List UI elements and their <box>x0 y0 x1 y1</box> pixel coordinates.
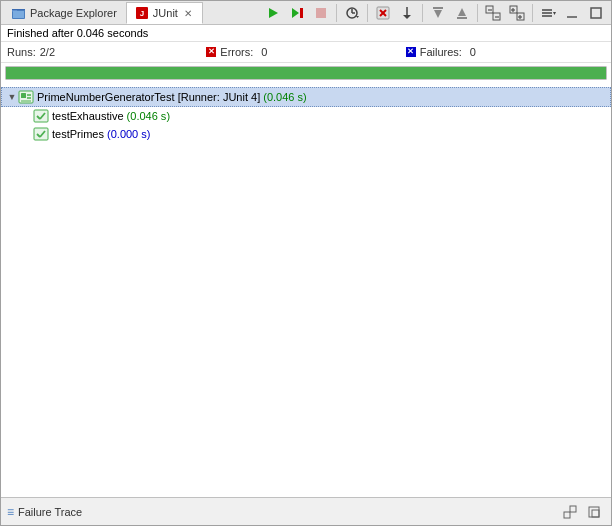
tree-root-item[interactable]: ▼ PrimeNumberGeneratorTest [Runner: JUni… <box>1 87 611 107</box>
svg-rect-19 <box>433 7 443 9</box>
status-message: Finished after 0.046 seconds <box>7 27 148 39</box>
svg-marker-13 <box>356 16 359 18</box>
bottom-action-2[interactable] <box>583 501 605 523</box>
progress-fill <box>6 67 606 79</box>
bottom-actions <box>559 501 605 523</box>
svg-rect-3 <box>12 9 25 10</box>
tab-junit[interactable]: J JUnit ✕ <box>126 2 203 24</box>
main-content: Finished after 0.046 seconds Runs: 2/2 ✕… <box>1 25 611 525</box>
errors-icon: ✕ <box>206 47 216 57</box>
next-failure-button[interactable] <box>427 2 449 24</box>
failure-trace-section: ≡ Failure Trace <box>7 505 82 519</box>
svg-rect-47 <box>34 128 48 140</box>
history-button[interactable] <box>341 2 363 24</box>
failure-trace-icon: ≡ <box>7 505 14 519</box>
exhaustive-time: (0.046 s) <box>127 110 170 122</box>
tab-toolbar <box>260 1 609 25</box>
failure-trace-label: Failure Trace <box>18 506 82 518</box>
errors-value: 0 <box>261 46 267 58</box>
junit-icon: J <box>135 6 149 20</box>
svg-rect-50 <box>564 512 570 518</box>
progress-bar <box>5 66 607 80</box>
scroll-lock-button[interactable] <box>396 2 418 24</box>
errors-stat: ✕ Errors: 0 <box>206 46 405 58</box>
test-suite-icon <box>18 89 34 105</box>
runs-label: Runs: <box>7 46 36 58</box>
tree-item-exhaustive-label: testExhaustive (0.046 s) <box>52 110 170 122</box>
primes-time: (0.000 s) <box>107 128 150 140</box>
exhaustive-method: testExhaustive <box>52 110 124 122</box>
minimize-button[interactable] <box>561 2 583 24</box>
svg-rect-22 <box>457 17 467 19</box>
separator-3 <box>422 4 423 22</box>
svg-rect-40 <box>21 93 26 98</box>
svg-marker-6 <box>269 8 278 18</box>
svg-text:J: J <box>140 9 144 18</box>
failures-only-button[interactable] <box>372 2 394 24</box>
svg-rect-38 <box>591 8 601 18</box>
svg-marker-20 <box>434 10 442 18</box>
eclipse-window: Package Explorer J JUnit ✕ <box>0 0 612 526</box>
tab-bar: Package Explorer J JUnit ✕ <box>1 1 611 25</box>
bottom-panel: ≡ Failure Trace <box>1 497 611 525</box>
tree-item-testPrimes[interactable]: testPrimes (0.000 s) <box>1 125 611 143</box>
test-method-icon-exhaustive <box>33 108 49 124</box>
svg-rect-2 <box>13 11 24 18</box>
failures-icon: ✕ <box>406 47 416 57</box>
root-class-name: PrimeNumberGeneratorTest <box>37 91 175 103</box>
failures-stat: ✕ Failures: 0 <box>406 46 605 58</box>
rerun-failed-button[interactable] <box>286 2 308 24</box>
runs-value: 2/2 <box>40 46 55 58</box>
svg-rect-8 <box>300 8 303 18</box>
separator-5 <box>532 4 533 22</box>
status-line: Finished after 0.046 seconds <box>1 25 611 42</box>
test-method-icon-primes <box>33 126 49 142</box>
svg-marker-7 <box>292 8 299 18</box>
svg-rect-9 <box>316 8 326 18</box>
tab-junit-close[interactable]: ✕ <box>182 8 194 19</box>
stats-row: Runs: 2/2 ✕ Errors: 0 ✕ Failures: 0 <box>1 42 611 63</box>
root-runner: [Runner: JUnit 4] <box>178 91 261 103</box>
expand-all-button[interactable] <box>506 2 528 24</box>
bottom-action-1[interactable] <box>559 501 581 523</box>
svg-marker-21 <box>458 8 466 16</box>
collapse-toggle[interactable]: ▼ <box>6 91 18 103</box>
svg-rect-51 <box>570 506 576 512</box>
tab-junit-label: JUnit <box>153 7 178 19</box>
root-time: (0.046 s) <box>263 91 306 103</box>
primes-method: testPrimes <box>52 128 104 140</box>
svg-rect-53 <box>592 510 599 517</box>
failures-label: Failures: <box>420 46 462 58</box>
prev-failure-button[interactable] <box>451 2 473 24</box>
tree-item-testExhaustive[interactable]: testExhaustive (0.046 s) <box>1 107 611 125</box>
separator-4 <box>477 4 478 22</box>
rerun-button[interactable] <box>262 2 284 24</box>
separator-2 <box>367 4 368 22</box>
tab-package-explorer-label: Package Explorer <box>30 7 117 19</box>
stop-button[interactable] <box>310 2 332 24</box>
view-menu-button[interactable] <box>537 2 559 24</box>
collapse-all-button[interactable] <box>482 2 504 24</box>
svg-rect-52 <box>589 507 599 517</box>
tree-view[interactable]: ▼ PrimeNumberGeneratorTest [Runner: JUni… <box>1 83 611 497</box>
svg-marker-18 <box>403 15 411 19</box>
progress-container <box>1 63 611 83</box>
separator-1 <box>336 4 337 22</box>
svg-rect-44 <box>34 110 48 122</box>
maximize-button[interactable] <box>585 2 607 24</box>
failures-value: 0 <box>470 46 476 58</box>
tree-item-primes-label: testPrimes (0.000 s) <box>52 128 150 140</box>
tab-package-explorer[interactable]: Package Explorer <box>3 2 126 24</box>
svg-marker-36 <box>553 12 556 15</box>
errors-label: Errors: <box>220 46 253 58</box>
package-explorer-icon <box>12 6 26 20</box>
tree-root-label: PrimeNumberGeneratorTest [Runner: JUnit … <box>37 91 307 103</box>
runs-stat: Runs: 2/2 <box>7 46 206 58</box>
